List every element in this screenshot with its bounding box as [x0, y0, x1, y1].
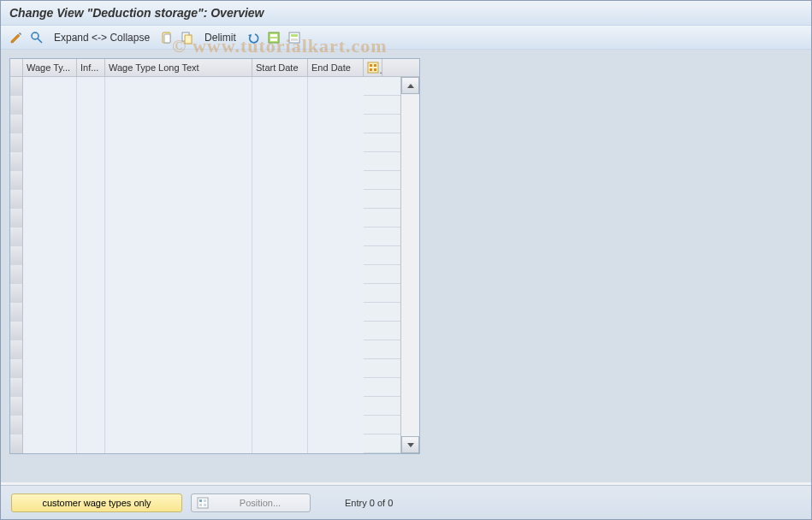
cell-start-date[interactable]	[252, 246, 308, 265]
position-button[interactable]: Position...	[191, 493, 311, 512]
cell-end-date[interactable]	[308, 303, 364, 322]
cell-wage-type-long[interactable]	[105, 190, 252, 209]
select-block-icon[interactable]	[286, 29, 303, 46]
cell-end-date[interactable]	[308, 190, 364, 209]
col-inf[interactable]: Inf...	[77, 59, 105, 76]
cell-inf[interactable]	[77, 340, 105, 359]
select-all-icon[interactable]	[265, 29, 282, 46]
cell-end-date[interactable]	[308, 133, 364, 152]
cell-inf[interactable]	[77, 359, 105, 378]
cell-wage-type[interactable]	[23, 434, 77, 453]
row-selector[interactable]	[10, 397, 23, 416]
cell-wage-type[interactable]	[23, 152, 77, 171]
cell-wage-type-long[interactable]	[105, 322, 252, 340]
cell-inf[interactable]	[77, 246, 105, 265]
row-selector[interactable]	[10, 434, 23, 453]
cell-start-date[interactable]	[252, 265, 308, 284]
cell-wage-type-long[interactable]	[105, 171, 252, 190]
cell-start-date[interactable]	[252, 77, 308, 96]
col-end-date[interactable]: End Date	[308, 59, 364, 76]
cell-inf[interactable]	[77, 133, 105, 152]
cell-wage-type-long[interactable]	[105, 303, 252, 322]
cell-wage-type[interactable]	[23, 340, 77, 359]
row-selector[interactable]	[10, 77, 23, 96]
cell-end-date[interactable]	[308, 152, 364, 171]
cell-start-date[interactable]	[252, 434, 308, 453]
cell-inf[interactable]	[77, 322, 105, 340]
cell-start-date[interactable]	[252, 378, 308, 397]
row-selector[interactable]	[10, 96, 23, 115]
cell-end-date[interactable]	[308, 397, 364, 416]
cell-end-date[interactable]	[308, 340, 364, 359]
cell-wage-type[interactable]	[23, 322, 77, 340]
table-config-icon[interactable]	[364, 59, 382, 76]
row-selector[interactable]	[10, 152, 23, 171]
cell-end-date[interactable]	[308, 171, 364, 190]
cell-wage-type-long[interactable]	[105, 228, 252, 246]
cell-wage-type-long[interactable]	[105, 340, 252, 359]
col-wage-type-long[interactable]: Wage Type Long Text	[105, 59, 252, 76]
other-view-icon[interactable]	[28, 29, 45, 46]
cell-start-date[interactable]	[252, 322, 308, 340]
cell-start-date[interactable]	[252, 115, 308, 133]
cell-wage-type-long[interactable]	[105, 115, 252, 133]
cell-wage-type-long[interactable]	[105, 359, 252, 378]
copy-icon[interactable]	[179, 29, 196, 46]
cell-wage-type[interactable]	[23, 190, 77, 209]
cell-end-date[interactable]	[308, 378, 364, 397]
cell-wage-type-long[interactable]	[105, 133, 252, 152]
cell-inf[interactable]	[77, 434, 105, 453]
row-selector[interactable]	[10, 115, 23, 133]
row-selector[interactable]	[10, 359, 23, 378]
cell-inf[interactable]	[77, 190, 105, 209]
cell-start-date[interactable]	[252, 133, 308, 152]
cell-start-date[interactable]	[252, 303, 308, 322]
cell-wage-type[interactable]	[23, 171, 77, 190]
cell-end-date[interactable]	[308, 359, 364, 378]
cell-inf[interactable]	[77, 115, 105, 133]
cell-start-date[interactable]	[252, 228, 308, 246]
cell-inf[interactable]	[77, 303, 105, 322]
cell-start-date[interactable]	[252, 416, 308, 434]
row-selector[interactable]	[10, 265, 23, 284]
cell-end-date[interactable]	[308, 77, 364, 96]
cell-wage-type[interactable]	[23, 265, 77, 284]
cell-wage-type-long[interactable]	[105, 265, 252, 284]
cell-end-date[interactable]	[308, 96, 364, 115]
cell-wage-type[interactable]	[23, 133, 77, 152]
scroll-track[interactable]	[401, 94, 419, 436]
row-selector[interactable]	[10, 228, 23, 246]
cell-inf[interactable]	[77, 416, 105, 434]
cell-start-date[interactable]	[252, 171, 308, 190]
cell-start-date[interactable]	[252, 397, 308, 416]
new-entries-icon[interactable]	[158, 29, 175, 46]
cell-inf[interactable]	[77, 152, 105, 171]
cell-wage-type-long[interactable]	[105, 284, 252, 303]
row-selector[interactable]	[10, 303, 23, 322]
cell-start-date[interactable]	[252, 209, 308, 228]
customer-wage-types-button[interactable]: customer wage types only	[11, 493, 182, 512]
select-all-column[interactable]	[10, 59, 23, 76]
cell-wage-type[interactable]	[23, 416, 77, 434]
cell-wage-type[interactable]	[23, 77, 77, 96]
cell-wage-type[interactable]	[23, 284, 77, 303]
cell-inf[interactable]	[77, 171, 105, 190]
cell-inf[interactable]	[77, 284, 105, 303]
cell-start-date[interactable]	[252, 190, 308, 209]
cell-wage-type-long[interactable]	[105, 378, 252, 397]
cell-inf[interactable]	[77, 77, 105, 96]
delimit-button[interactable]: Delimit	[204, 32, 236, 44]
row-selector[interactable]	[10, 378, 23, 397]
cell-end-date[interactable]	[308, 416, 364, 434]
cell-end-date[interactable]	[308, 322, 364, 340]
cell-wage-type[interactable]	[23, 359, 77, 378]
col-wage-type[interactable]: Wage Ty...	[23, 59, 77, 76]
cell-end-date[interactable]	[308, 284, 364, 303]
cell-start-date[interactable]	[252, 340, 308, 359]
cell-wage-type-long[interactable]	[105, 96, 252, 115]
row-selector[interactable]	[10, 171, 23, 190]
cell-inf[interactable]	[77, 209, 105, 228]
cell-inf[interactable]	[77, 378, 105, 397]
cell-wage-type[interactable]	[23, 96, 77, 115]
cell-wage-type[interactable]	[23, 209, 77, 228]
